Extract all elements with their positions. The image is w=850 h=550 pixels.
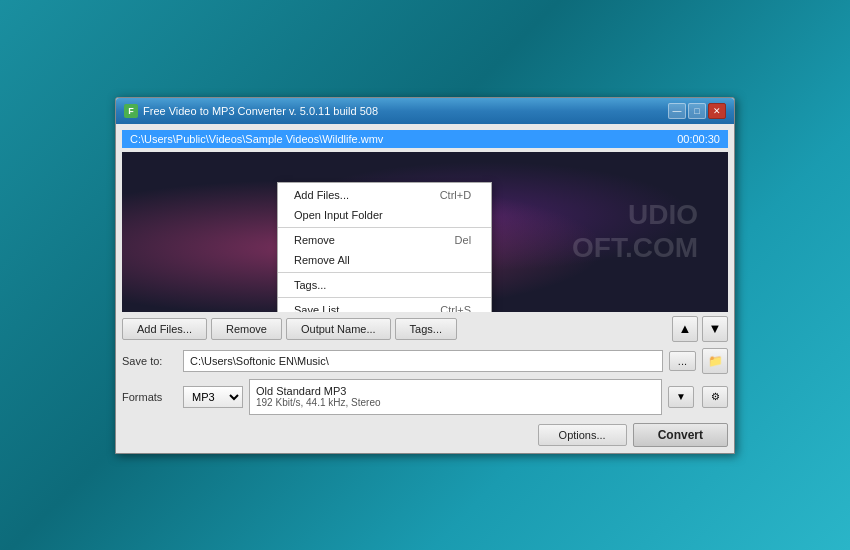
maximize-button[interactable]: □ [688, 103, 706, 119]
file-path: C:\Users\Public\Videos\Sample Videos\Wil… [130, 133, 383, 145]
down-arrow-icon: ▼ [709, 321, 722, 336]
watermark: UDIO OFT.COM [572, 198, 698, 265]
app-icon: F [124, 104, 138, 118]
format-settings-button[interactable]: ⚙ [702, 386, 728, 408]
convert-button[interactable]: Convert [633, 423, 728, 447]
formats-row: Formats MP3 Old Standard MP3 192 Kbit/s,… [122, 379, 728, 415]
options-button[interactable]: Options... [538, 424, 627, 446]
format-dropdown-button[interactable]: ▼ [668, 386, 694, 408]
formats-label: Formats [122, 391, 177, 403]
browse-button[interactable]: ... [669, 351, 696, 371]
menu-item-save-list[interactable]: Save List... Ctrl+S [278, 300, 491, 312]
close-button[interactable]: ✕ [708, 103, 726, 119]
format-desc-line1: Old Standard MP3 [256, 385, 655, 397]
context-menu: Add Files... Ctrl+D Open Input Folder Re… [277, 182, 492, 312]
menu-item-remove-all[interactable]: Remove All [278, 250, 491, 270]
main-window: F Free Video to MP3 Converter v. 5.0.11 … [115, 97, 735, 454]
toolbar-row: Add Files... Remove Output Name... Tags.… [122, 316, 728, 342]
format-desc-line2: 192 Kbit/s, 44.1 kHz, Stereo [256, 397, 655, 408]
folder-icon: 📁 [708, 354, 723, 368]
save-path-input[interactable] [183, 350, 663, 372]
move-up-button[interactable]: ▲ [672, 316, 698, 342]
title-controls: — □ ✕ [668, 103, 726, 119]
separator-1 [278, 227, 491, 228]
dropdown-arrow-icon: ▼ [676, 391, 686, 402]
watermark-line2: OFT.COM [572, 232, 698, 266]
menu-item-remove[interactable]: Remove Del [278, 230, 491, 250]
bottom-row: Options... Convert [122, 423, 728, 447]
window-body: C:\Users\Public\Videos\Sample Videos\Wil… [116, 124, 734, 453]
remove-button[interactable]: Remove [211, 318, 282, 340]
file-path-bar: C:\Users\Public\Videos\Sample Videos\Wil… [122, 130, 728, 148]
move-down-button[interactable]: ▼ [702, 316, 728, 342]
save-row: Save to: ... 📁 [122, 348, 728, 374]
file-duration: 00:00:30 [677, 133, 720, 145]
tags-button[interactable]: Tags... [395, 318, 457, 340]
menu-item-tags[interactable]: Tags... [278, 275, 491, 295]
title-bar-left: F Free Video to MP3 Converter v. 5.0.11 … [124, 104, 378, 118]
add-files-button[interactable]: Add Files... [122, 318, 207, 340]
separator-2 [278, 272, 491, 273]
minimize-button[interactable]: — [668, 103, 686, 119]
preview-area[interactable]: UDIO OFT.COM Add Files... Ctrl+D Open In… [122, 152, 728, 312]
open-folder-button[interactable]: 📁 [702, 348, 728, 374]
settings-icon: ⚙ [711, 391, 720, 402]
window-title: Free Video to MP3 Converter v. 5.0.11 bu… [143, 105, 378, 117]
save-to-label: Save to: [122, 355, 177, 367]
format-description: Old Standard MP3 192 Kbit/s, 44.1 kHz, S… [249, 379, 662, 415]
title-bar: F Free Video to MP3 Converter v. 5.0.11 … [116, 98, 734, 124]
output-name-button[interactable]: Output Name... [286, 318, 391, 340]
up-arrow-icon: ▲ [679, 321, 692, 336]
separator-3 [278, 297, 491, 298]
watermark-line1: UDIO [572, 198, 698, 232]
menu-item-open-input-folder[interactable]: Open Input Folder [278, 205, 491, 225]
format-select[interactable]: MP3 [183, 386, 243, 408]
menu-item-add-files[interactable]: Add Files... Ctrl+D [278, 185, 491, 205]
